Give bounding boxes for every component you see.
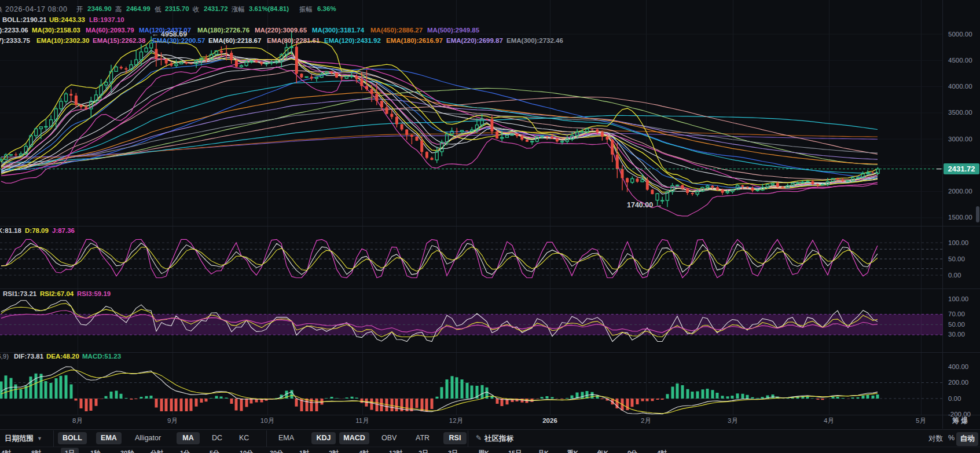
svg-text:50.00: 50.00 [948, 255, 965, 262]
svg-text:2026: 2026 [542, 417, 557, 424]
svg-text:100.00: 100.00 [948, 295, 968, 302]
svg-text:4500.00: 4500.00 [948, 57, 972, 64]
svg-text:70.00: 70.00 [948, 310, 965, 317]
svg-text:8月: 8月 [72, 417, 83, 424]
svg-text:9月: 9月 [167, 417, 178, 424]
svg-text:4月: 4月 [824, 417, 834, 424]
svg-text:10月: 10月 [260, 417, 274, 424]
svg-text:4000.00: 4000.00 [948, 83, 972, 90]
svg-text:筹 爆: 筹 爆 [952, 417, 968, 425]
svg-text:11月: 11月 [355, 417, 369, 424]
svg-text:100.00: 100.00 [948, 239, 968, 246]
svg-text:3000.00: 3000.00 [948, 136, 972, 143]
svg-text:0.00: 0.00 [948, 272, 961, 279]
svg-text:30.00: 30.00 [948, 331, 965, 338]
svg-text:2月: 2月 [641, 417, 651, 424]
svg-text:2000.00: 2000.00 [948, 188, 972, 195]
svg-text:3500.00: 3500.00 [948, 109, 972, 116]
svg-text:0.00: 0.00 [948, 395, 961, 402]
svg-text:3月: 3月 [728, 417, 738, 424]
svg-text:1740.00 →: 1740.00 → [627, 201, 662, 209]
svg-text:5月: 5月 [916, 417, 926, 424]
svg-text:50.00: 50.00 [948, 321, 965, 328]
svg-text:400.00: 400.00 [948, 363, 968, 370]
svg-text:2431.72: 2431.72 [948, 165, 975, 173]
svg-text:1500.00: 1500.00 [948, 214, 972, 221]
svg-text:5000.00: 5000.00 [948, 31, 972, 38]
svg-text:200.00: 200.00 [948, 379, 968, 386]
svg-text:12月: 12月 [449, 417, 463, 424]
